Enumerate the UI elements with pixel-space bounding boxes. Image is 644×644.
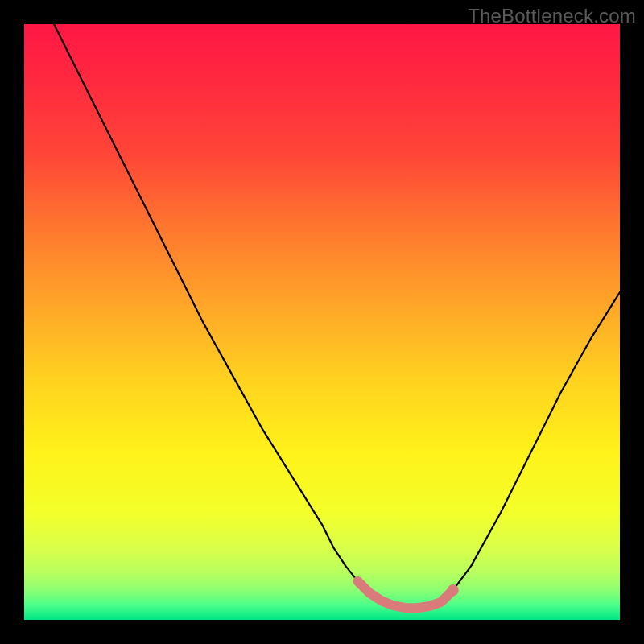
chart-frame: TheBottleneck.com xyxy=(0,0,644,644)
bottleneck-chart xyxy=(24,24,620,620)
optimal-end-dot xyxy=(448,584,459,596)
gradient-background xyxy=(24,24,620,620)
